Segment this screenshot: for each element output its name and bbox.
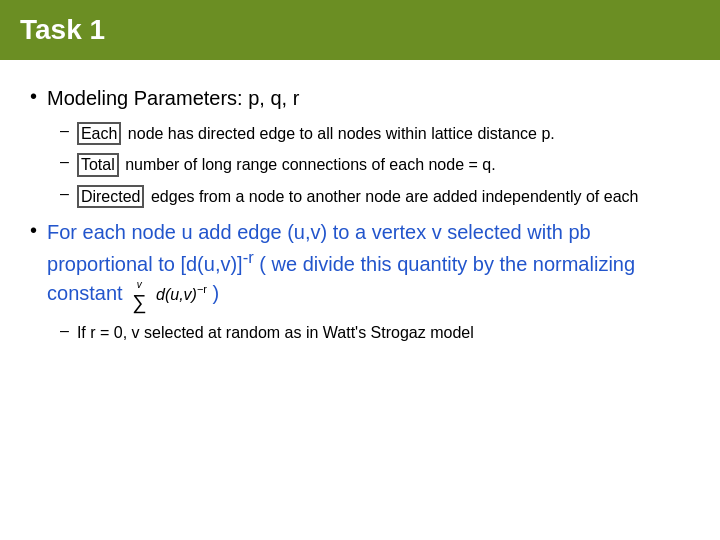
bullet-dot-1: •: [30, 85, 37, 108]
sub-bullets-group: – Each node has directed edge to all nod…: [60, 122, 690, 208]
highlight-directed: Directed: [77, 185, 145, 208]
sub-bullet-2: – Total number of long range connections…: [60, 153, 690, 176]
sub-bullet-2-text: Total number of long range connections o…: [77, 153, 496, 176]
dash-3: –: [60, 185, 69, 203]
last-sub-bullet-section: – If r = 0, v selected at random as in W…: [60, 322, 690, 344]
dash-last: –: [60, 322, 69, 340]
slide: Task 1 • Modeling Parameters: p, q, r – …: [0, 0, 720, 540]
main-bullet-2-text: For each node u add edge (u,v) to a vert…: [47, 218, 690, 312]
last-sub-bullet: – If r = 0, v selected at random as in W…: [60, 322, 690, 344]
dash-1: –: [60, 122, 69, 140]
highlight-total: Total: [77, 153, 119, 176]
sub-bullet-1: – Each node has directed edge to all nod…: [60, 122, 690, 145]
highlight-each: Each: [77, 122, 121, 145]
sub-bullet-3: – Directed edges from a node to another …: [60, 185, 690, 208]
slide-content: • Modeling Parameters: p, q, r – Each no…: [0, 60, 720, 540]
slide-title: Task 1: [20, 14, 105, 46]
main-bullet-1-text: Modeling Parameters: p, q, r: [47, 84, 299, 112]
sub-bullet-3-text: Directed edges from a node to another no…: [77, 185, 639, 208]
main-bullet-2: • For each node u add edge (u,v) to a ve…: [30, 218, 690, 312]
last-sub-bullet-text: If r = 0, v selected at random as in Wat…: [77, 322, 474, 344]
main-bullet-1: • Modeling Parameters: p, q, r: [30, 84, 690, 112]
sub-bullet-1-text: Each node has directed edge to all nodes…: [77, 122, 555, 145]
slide-header: Task 1: [0, 0, 720, 60]
sigma-formula: v ∑: [132, 278, 146, 312]
bullet-dot-2: •: [30, 219, 37, 242]
dash-2: –: [60, 153, 69, 171]
